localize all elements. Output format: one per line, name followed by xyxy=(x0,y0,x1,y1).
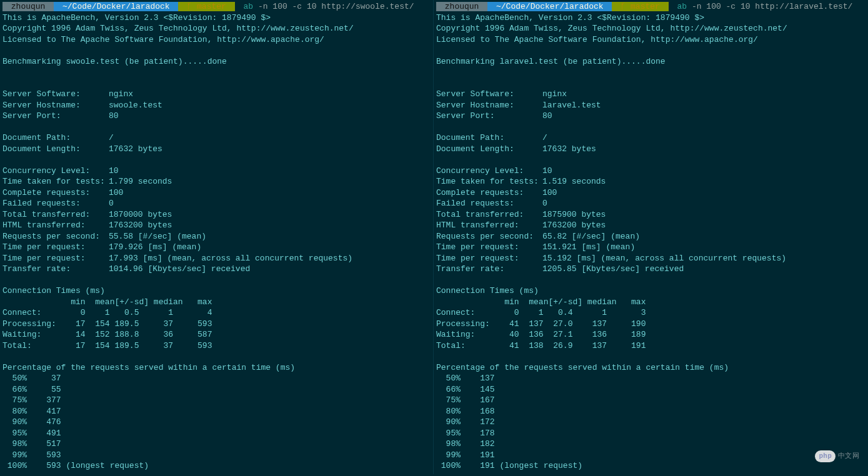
percentile-row: 90% 172 xyxy=(436,417,495,427)
terminal-split: zhouqun ~/Code/Docker/laradock ᚶ master … xyxy=(0,0,868,474)
stat-row: HTML transferred:1763200 bytes xyxy=(2,221,172,230)
percentile-row: 50% 37 xyxy=(2,374,61,383)
prompt-git: ᚶ master xyxy=(178,2,234,11)
prompt-path: ~/Code/Docker/laradock xyxy=(487,2,612,11)
percentile-header: Percentage of the requests served within… xyxy=(2,363,295,372)
stat-row: Time taken for tests:1.799 seconds xyxy=(2,177,172,186)
connection-times-row: Total: 41 138 26.9 137 191 xyxy=(436,341,646,350)
connection-times-row: Connect: 0 1 0.5 1 4 xyxy=(2,308,212,317)
stat-row: Server Hostname:laravel.test xyxy=(436,101,601,110)
connection-times-header: Connection Times (ms) xyxy=(436,286,539,295)
stat-row: Failed requests:0 xyxy=(436,199,547,208)
prompt-user: zhouqun xyxy=(2,2,54,11)
percentile-row: 80% 417 xyxy=(2,407,61,416)
stat-row: Time per request:17.993 [ms] (mean, acro… xyxy=(2,254,352,263)
benchmark-line: Benchmarking laravel.test (be patient)..… xyxy=(436,57,666,66)
stat-row: Server Hostname:swoole.test xyxy=(2,101,162,110)
connection-times-columns: min mean[+/-sd] median max xyxy=(436,297,646,307)
stat-row: Transfer rate:1014.96 [Kbytes/sec] recei… xyxy=(2,264,250,274)
percentile-row: 66% 145 xyxy=(436,385,495,394)
percentile-row: 98% 517 xyxy=(2,439,61,449)
benchmark-line: Benchmarking swoole.test (be patient)...… xyxy=(2,57,227,66)
stat-row: Complete requests:100 xyxy=(2,188,123,197)
stat-row: Total transferred:1875900 bytes xyxy=(436,210,606,219)
stat-row: Server Software:nginx xyxy=(2,89,133,99)
connection-times-columns: min mean[+/-sd] median max xyxy=(2,297,212,307)
ab-header: Licensed to The Apache Software Foundati… xyxy=(2,35,324,44)
percentile-row: 99% 191 xyxy=(436,450,495,460)
connection-times-row: Total: 17 154 189.5 37 593 xyxy=(2,341,212,350)
watermark: php中文网 xyxy=(815,450,859,463)
percentile-row: 66% 55 xyxy=(2,385,61,394)
command-line: ab -n 100 -c 10 http://laravel.test/ xyxy=(669,2,853,11)
stat-row: Document Length:17632 bytes xyxy=(436,144,596,154)
ab-header: Copyright 1996 Adam Twiss, Zeus Technolo… xyxy=(436,24,787,33)
stat-row: Document Path:/ xyxy=(436,133,547,142)
stat-row: Concurrency Level:10 xyxy=(436,166,552,176)
stat-row: Transfer rate:1205.85 [Kbytes/sec] recei… xyxy=(436,264,684,274)
stat-row: Complete requests:100 xyxy=(436,188,557,197)
stat-row: Time per request:151.921 [ms] (mean) xyxy=(436,242,635,252)
stat-row: Requests per second:65.82 [#/sec] (mean) xyxy=(436,232,640,241)
percentile-row: 95% 491 xyxy=(2,429,61,438)
stat-row: Concurrency Level:10 xyxy=(2,166,119,176)
prompt-path: ~/Code/Docker/laradock xyxy=(54,2,178,11)
stat-row: Server Port:80 xyxy=(2,111,119,121)
stat-row: Time per request:15.192 [ms] (mean, acro… xyxy=(436,254,786,263)
percentile-row: 90% 476 xyxy=(2,417,61,427)
stat-row: Document Length:17632 bytes xyxy=(2,144,162,154)
ab-header: Licensed to The Apache Software Foundati… xyxy=(436,35,758,44)
percentile-row: 75% 377 xyxy=(2,395,61,405)
stat-row: HTML transferred:1763200 bytes xyxy=(436,221,606,230)
percentile-header: Percentage of the requests served within… xyxy=(436,363,729,372)
stat-row: Time taken for tests:1.519 seconds xyxy=(436,177,606,186)
stat-row: Failed requests:0 xyxy=(2,199,114,208)
ab-header: This is ApacheBench, Version 2.3 <$Revis… xyxy=(436,13,704,22)
percentile-row: 100% 191 (longest request) xyxy=(436,461,582,470)
percentile-row: 98% 182 xyxy=(436,439,495,449)
percentile-row: 95% 178 xyxy=(436,429,495,438)
percentile-row: 80% 168 xyxy=(436,407,495,416)
connection-times-header: Connection Times (ms) xyxy=(2,286,105,295)
terminal-pane-left[interactable]: zhouqun ~/Code/Docker/laradock ᚶ master … xyxy=(0,0,434,474)
terminal-pane-right[interactable]: zhouqun ~/Code/Docker/laradock ᚶ master … xyxy=(434,0,867,474)
connection-times-row: Processing: 41 137 27.0 137 190 xyxy=(436,319,646,329)
connection-times-row: Processing: 17 154 189.5 37 593 xyxy=(2,319,212,329)
prompt-user: zhouqun xyxy=(436,2,487,11)
stat-row: Server Port:80 xyxy=(436,111,552,121)
connection-times-row: Waiting: 40 136 27.1 136 189 xyxy=(436,330,646,339)
percentile-row: 75% 167 xyxy=(436,395,495,405)
watermark-php: php xyxy=(815,450,836,463)
stat-row: Document Path:/ xyxy=(2,133,114,142)
stat-row: Time per request:179.926 [ms] (mean) xyxy=(2,242,201,252)
ab-header: Copyright 1996 Adam Twiss, Zeus Technolo… xyxy=(2,24,354,33)
ab-header: This is ApacheBench, Version 2.3 <$Revis… xyxy=(2,13,271,22)
command-line: ab -n 100 -c 10 http://swoole.test/ xyxy=(235,2,414,11)
stat-row: Total transferred:1870000 bytes xyxy=(2,210,172,219)
shell-prompt: zhouqun ~/Code/Docker/laradock ᚶ master … xyxy=(2,1,431,12)
connection-times-row: Waiting: 14 152 188.8 36 587 xyxy=(2,330,212,339)
connection-times-row: Connect: 0 1 0.4 1 3 xyxy=(436,308,646,317)
shell-prompt: zhouqun ~/Code/Docker/laradock ᚶ master … xyxy=(436,1,865,12)
percentile-row: 50% 137 xyxy=(436,374,495,383)
percentile-row: 99% 593 xyxy=(2,450,61,460)
stat-row: Server Software:nginx xyxy=(436,89,567,99)
stat-row: Requests per second:55.58 [#/sec] (mean) xyxy=(2,232,206,241)
percentile-row: 100% 593 (longest request) xyxy=(2,461,149,470)
prompt-git: ᚶ master xyxy=(612,2,668,11)
